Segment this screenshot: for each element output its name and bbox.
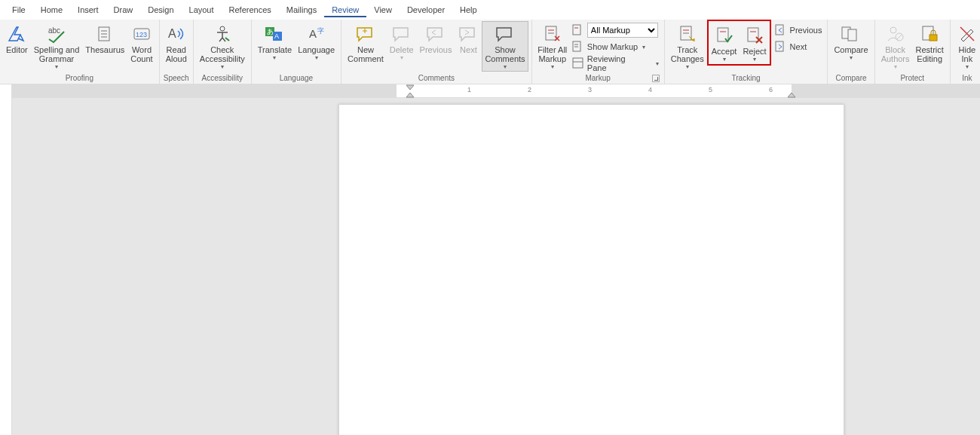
thesaurus-button[interactable]: Thesaurus <box>82 21 127 56</box>
tab-view[interactable]: View <box>366 2 400 17</box>
tab-file[interactable]: File <box>5 2 33 17</box>
document-area: 1 2 3 4 5 6 <box>0 84 980 435</box>
group-comments: New Comment Delete ▾ Previous Next <box>341 20 531 84</box>
accept-button[interactable]: Accept ▾ <box>709 23 740 64</box>
delete-comment-icon <box>391 23 412 45</box>
spelling-grammar-button[interactable]: abc Spelling and Grammar ▾ <box>31 21 83 72</box>
chevron-down-icon: ▾ <box>686 64 689 70</box>
display-for-review-combo[interactable]: All Markup <box>570 23 661 38</box>
ruler-mark: 6 <box>769 86 773 93</box>
new-comment-label: New Comment <box>348 45 384 63</box>
read-aloud-button[interactable]: A Read Aloud <box>163 21 190 65</box>
ribbon: Editor abc Spelling and Grammar ▾ Thesau… <box>0 20 980 84</box>
filter-markup-icon <box>543 23 562 45</box>
filter-all-markup-button[interactable]: Filter All Markup ▾ <box>535 21 570 72</box>
svg-rect-20 <box>573 25 580 35</box>
previous-comment-button: Previous <box>417 21 455 56</box>
previous-change-button[interactable]: Previous <box>773 23 825 38</box>
chevron-down-icon: ▾ <box>551 64 554 70</box>
tab-mailings[interactable]: Mailings <box>279 2 324 17</box>
svg-rect-32 <box>748 28 758 41</box>
svg-text:あ: あ <box>267 28 274 35</box>
next-change-button[interactable]: Next <box>773 39 825 54</box>
next-comment-icon <box>458 23 479 45</box>
accept-icon <box>715 24 734 47</box>
document-page[interactable] <box>338 104 844 435</box>
restrict-editing-button[interactable]: Restrict Editing <box>913 21 947 65</box>
new-comment-button[interactable]: New Comment <box>345 21 387 65</box>
word-count-button[interactable]: 123 Word Count <box>127 21 155 65</box>
spelling-label: Spelling and Grammar <box>34 45 80 63</box>
group-language: あA Translate ▾ A字 Language ▾ Language <box>252 20 341 84</box>
track-changes-icon <box>678 23 697 45</box>
tab-developer[interactable]: Developer <box>400 2 452 17</box>
editor-icon <box>7 23 26 45</box>
tab-draw[interactable]: Draw <box>106 2 141 17</box>
group-label-accessibility: Accessibility <box>197 74 248 84</box>
filter-markup-label: Filter All Markup <box>537 45 567 63</box>
accept-label: Accept <box>712 47 737 56</box>
chevron-down-icon: ▾ <box>273 55 276 61</box>
group-label-compare: Compare <box>831 74 871 84</box>
show-markup-label: Show Markup <box>587 42 638 51</box>
previous-comment-label: Previous <box>420 45 452 54</box>
hide-ink-button[interactable]: Hide Ink ▾ <box>954 21 980 72</box>
chevron-down-icon: ▾ <box>504 64 507 70</box>
block-authors-button: Block Authors ▾ <box>878 21 913 72</box>
vertical-ruler-body <box>0 101 12 435</box>
chevron-down-icon: ▾ <box>55 64 58 70</box>
indent-marker-icon[interactable] <box>406 84 415 98</box>
reject-button[interactable]: Reject ▾ <box>740 23 769 64</box>
chevron-down-icon: ▾ <box>723 57 726 63</box>
show-markup-button[interactable]: Show Markup ▾ <box>570 39 661 54</box>
language-label: Language <box>298 45 335 54</box>
spelling-icon: abc <box>46 23 67 45</box>
thesaurus-icon <box>96 23 113 45</box>
tab-design[interactable]: Design <box>140 2 181 17</box>
right-indent-marker-icon[interactable] <box>787 91 796 98</box>
tab-insert[interactable]: Insert <box>70 2 106 17</box>
show-markup-icon <box>572 41 584 53</box>
thesaurus-label: Thesaurus <box>85 45 124 54</box>
svg-rect-25 <box>573 58 583 68</box>
restrict-editing-icon <box>920 23 939 45</box>
compare-label: Compare <box>834 45 868 54</box>
group-accessibility: Check Accessibility ▾ Accessibility <box>194 20 252 84</box>
group-label-comments: Comments <box>345 74 528 84</box>
language-button[interactable]: A字 Language ▾ <box>295 21 338 63</box>
svg-rect-37 <box>848 29 856 41</box>
translate-button[interactable]: あA Translate ▾ <box>255 21 295 63</box>
tab-layout[interactable]: Layout <box>182 2 222 17</box>
track-changes-label: Track Changes <box>671 45 704 63</box>
delete-comment-button: Delete ▾ <box>387 21 417 63</box>
tab-review[interactable]: Review <box>324 2 366 17</box>
chevron-down-icon: ▾ <box>221 64 224 70</box>
tab-home[interactable]: Home <box>33 2 70 17</box>
svg-marker-46 <box>406 93 414 97</box>
compare-icon <box>841 23 862 45</box>
editor-button[interactable]: Editor <box>3 21 31 56</box>
new-comment-icon <box>355 23 376 45</box>
track-changes-button[interactable]: Track Changes ▾ <box>668 21 707 72</box>
group-label-tracking: Tracking <box>668 74 825 84</box>
svg-text:abc: abc <box>48 26 60 35</box>
read-aloud-icon: A <box>167 23 186 45</box>
editor-label: Editor <box>6 45 28 54</box>
check-accessibility-button[interactable]: Check Accessibility ▾ <box>197 21 248 72</box>
display-review-select[interactable]: All Markup <box>587 23 658 38</box>
delete-comment-label: Delete <box>390 45 414 54</box>
reviewing-pane-label: Reviewing Pane <box>587 54 645 72</box>
chevron-down-icon: ▾ <box>850 55 853 61</box>
group-protect: Block Authors ▾ Restrict Editing Protect <box>875 20 951 84</box>
group-label-protect: Protect <box>878 74 947 84</box>
show-comments-button[interactable]: Show Comments ▾ <box>482 21 528 72</box>
svg-marker-45 <box>406 85 414 90</box>
previous-change-label: Previous <box>790 26 822 35</box>
reject-label: Reject <box>743 47 766 56</box>
compare-button[interactable]: Compare ▾ <box>831 21 871 63</box>
horizontal-ruler[interactable]: 1 2 3 4 5 6 <box>12 84 980 98</box>
tab-help[interactable]: Help <box>452 2 485 17</box>
reviewing-pane-button[interactable]: Reviewing Pane ▾ <box>570 56 661 71</box>
markup-dialog-launcher[interactable] <box>652 75 660 82</box>
tab-references[interactable]: References <box>222 2 279 17</box>
